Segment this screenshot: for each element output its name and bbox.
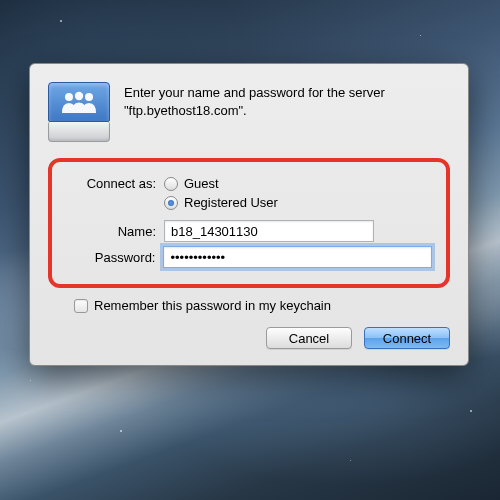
- star-decoration: [350, 460, 351, 461]
- name-input[interactable]: [164, 220, 374, 242]
- prompt-line-1: Enter your name and password for the ser…: [124, 84, 385, 102]
- svg-point-2: [85, 93, 93, 101]
- registered-radio[interactable]: [164, 196, 178, 210]
- remember-keychain-checkbox[interactable]: [74, 299, 88, 313]
- star-decoration: [120, 430, 122, 432]
- network-drive-icon: [48, 82, 110, 144]
- svg-point-0: [65, 93, 73, 101]
- connect-as-guest-option[interactable]: Guest: [164, 176, 278, 191]
- svg-point-1: [75, 92, 83, 100]
- credentials-highlight: Connect as: Guest Registered User Name: …: [48, 158, 450, 288]
- prompt-line-2: "ftp.byethost18.com".: [124, 102, 385, 120]
- remember-keychain-option[interactable]: Remember this password in my keychain: [74, 298, 450, 313]
- remember-keychain-label: Remember this password in my keychain: [94, 298, 331, 313]
- registered-radio-label: Registered User: [184, 195, 278, 210]
- password-input[interactable]: [163, 246, 432, 268]
- guest-radio[interactable]: [164, 177, 178, 191]
- connect-as-registered-option[interactable]: Registered User: [164, 195, 278, 210]
- server-auth-dialog: Enter your name and password for the ser…: [29, 63, 469, 366]
- star-decoration: [420, 35, 421, 36]
- star-decoration: [60, 20, 62, 22]
- guest-radio-label: Guest: [184, 176, 219, 191]
- name-label: Name:: [66, 224, 156, 239]
- connect-as-label: Connect as:: [66, 176, 156, 191]
- star-decoration: [470, 410, 472, 412]
- password-label: Password:: [66, 250, 155, 265]
- dialog-prompt: Enter your name and password for the ser…: [124, 82, 385, 119]
- connect-button[interactable]: Connect: [364, 327, 450, 349]
- star-decoration: [30, 380, 31, 381]
- cancel-button[interactable]: Cancel: [266, 327, 352, 349]
